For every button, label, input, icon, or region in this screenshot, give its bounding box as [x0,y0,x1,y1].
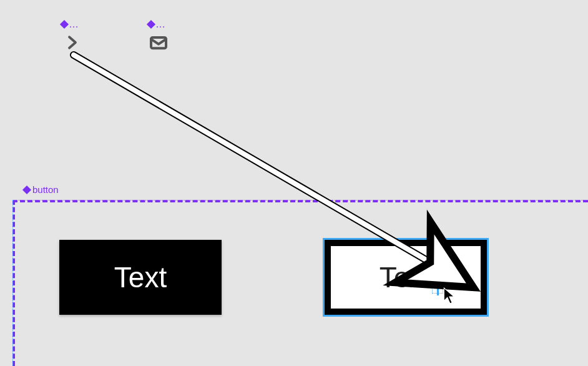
button-label: Text [114,260,167,294]
component-diamond-icon [60,20,69,29]
component-diamond-icon [147,20,155,29]
button-label: Text [380,260,432,294]
cursor-pointer-icon [443,287,457,305]
component-ellipsis: … [155,21,166,27]
component-frame-label[interactable]: button [24,184,59,195]
component-ellipsis: … [69,21,79,27]
chevron-right-icon[interactable] [62,32,82,52]
component-badge-chevron[interactable]: … [61,21,79,27]
button-variant-dark[interactable]: Text [59,240,222,315]
component-badge-mail[interactable]: … [148,21,166,27]
component-diamond-icon [22,185,31,194]
mail-icon[interactable] [149,32,169,52]
frame-title: button [32,184,59,195]
text-caret [437,259,439,295]
design-canvas[interactable]: … … button Text Text [0,0,588,366]
button-variant-light[interactable]: Text [325,240,487,315]
